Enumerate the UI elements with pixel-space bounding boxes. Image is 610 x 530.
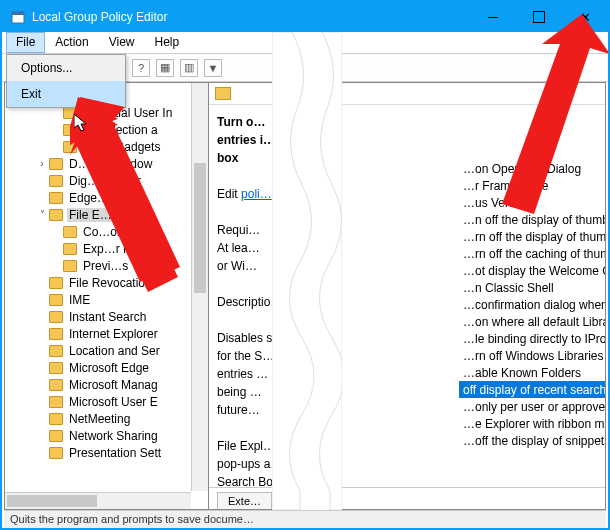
setting-item[interactable]: …e Explorer with ribbon minimized xyxy=(459,415,605,432)
tree-item[interactable]: Microsoft User E xyxy=(9,393,206,410)
tree-item[interactable]: Microsoft Edge xyxy=(9,359,206,376)
folder-icon xyxy=(49,396,63,408)
setting-item[interactable]: …on Open File Dialog xyxy=(459,160,605,177)
tree-pane: Content…dential User In…Collection a…top… xyxy=(4,82,209,510)
folder-icon xyxy=(49,413,63,425)
tree[interactable]: Content…dential User In…Collection a…top… xyxy=(5,83,208,465)
setting-item[interactable]: …only per user or approved shell extensi… xyxy=(459,398,605,415)
folder-icon xyxy=(215,87,231,100)
titlebar: Local Group Policy Editor xyxy=(2,2,608,32)
desc-line: future… xyxy=(217,403,260,417)
setting-item[interactable]: …us Versions xyxy=(459,194,605,211)
desc-line: entries … xyxy=(217,367,268,381)
setting-item[interactable]: …n Classic Shell xyxy=(459,279,605,296)
folder-icon xyxy=(49,294,63,306)
minimize-button[interactable] xyxy=(470,2,516,32)
tree-item[interactable]: File Revocation xyxy=(9,274,206,291)
tree-item[interactable]: ˅File E…orer xyxy=(9,206,206,223)
req-line: Requi… xyxy=(217,223,260,237)
tree-item[interactable]: Network Sharing xyxy=(9,427,206,444)
tree-item[interactable]: Previ…s Vers xyxy=(9,257,206,274)
file-dropdown: Options... Exit xyxy=(6,54,126,108)
folder-icon xyxy=(63,260,77,272)
menuitem-options[interactable]: Options... xyxy=(7,55,125,81)
req-line: At lea… xyxy=(217,241,260,255)
help-icon[interactable]: ? xyxy=(132,59,150,77)
setting-item[interactable]: …confirmation dialog when deleting files xyxy=(459,296,605,313)
tree-item[interactable]: Co…on Op xyxy=(9,223,206,240)
folder-icon xyxy=(49,192,63,204)
setting-item[interactable]: …on where all default Library definition… xyxy=(459,313,605,330)
desc-line: for the S… xyxy=(217,349,274,363)
folder-icon xyxy=(49,345,63,357)
desc-line: File Expl… xyxy=(217,439,275,453)
maximize-button[interactable] xyxy=(516,2,562,32)
folder-icon xyxy=(63,141,77,153)
status-bar: Quits the program and prompts to save do… xyxy=(4,510,606,528)
setting-item[interactable]: …ot display the Welcome Center at user l… xyxy=(459,262,605,279)
folder-icon xyxy=(49,175,63,187)
svg-rect-1 xyxy=(12,12,24,15)
filter-icon[interactable]: ▼ xyxy=(204,59,222,77)
menu-view[interactable]: View xyxy=(99,32,145,53)
folder-icon xyxy=(49,430,63,442)
menu-file[interactable]: File xyxy=(6,32,45,53)
setting-item[interactable]: …n off the display of thumbnails and onl… xyxy=(459,211,605,228)
tree-item[interactable]: Internet Explorer xyxy=(9,325,206,342)
v-scrollbar[interactable] xyxy=(191,83,208,491)
setting-item[interactable]: …rn off the caching of thumbnails in hid… xyxy=(459,245,605,262)
desc-line: being … xyxy=(217,385,262,399)
req-line: or Wi… xyxy=(217,259,257,273)
settings-list[interactable]: …on Open File Dialog…r Frame Pane…us Ver… xyxy=(459,105,605,487)
tab-extended[interactable]: Exte… xyxy=(217,492,272,509)
folder-icon xyxy=(63,243,77,255)
h-scrollbar[interactable] xyxy=(5,492,191,509)
window-controls xyxy=(470,2,608,32)
menu-action[interactable]: Action xyxy=(45,32,98,53)
setting-item[interactable]: …rn off Windows Libraries features that … xyxy=(459,347,605,364)
window-title: Local Group Policy Editor xyxy=(32,10,470,24)
close-button[interactable] xyxy=(562,2,608,32)
folder-icon xyxy=(49,209,63,221)
tree-item[interactable]: …top Gadgets xyxy=(9,138,206,155)
setting-item[interactable]: …le binding directly to IPropertySetStor… xyxy=(459,330,605,347)
setting-item[interactable]: off display of recent search entries in … xyxy=(459,381,605,398)
tree-item[interactable]: Instant Search xyxy=(9,308,206,325)
tree-item[interactable]: Microsoft Manag xyxy=(9,376,206,393)
folder-icon xyxy=(49,447,63,459)
folder-icon xyxy=(49,328,63,340)
tree-item[interactable]: NetMeeting xyxy=(9,410,206,427)
desc-heading: Turn o…entries i…box xyxy=(217,115,275,165)
tree-item[interactable]: …Collection a xyxy=(9,121,206,138)
svg-marker-6 xyxy=(74,114,86,131)
tree-item[interactable]: Presentation Sett xyxy=(9,444,206,461)
tree-item[interactable]: Edge… xyxy=(9,189,206,206)
tree-item[interactable]: IME xyxy=(9,291,206,308)
app-icon xyxy=(10,9,26,25)
folder-icon xyxy=(49,311,63,323)
mouse-cursor xyxy=(74,114,90,134)
tree-item[interactable]: Location and Ser xyxy=(9,342,206,359)
columns-icon[interactable]: ▥ xyxy=(180,59,198,77)
edit-label: Edit xyxy=(217,187,238,201)
properties-icon[interactable]: ▦ xyxy=(156,59,174,77)
folder-icon xyxy=(63,226,77,238)
tree-item[interactable]: ›D…top Window xyxy=(9,155,206,172)
folder-icon xyxy=(49,277,63,289)
folder-icon xyxy=(49,362,63,374)
tree-item[interactable]: Dig…l Locker xyxy=(9,172,206,189)
menu-help[interactable]: Help xyxy=(145,32,190,53)
setting-item[interactable]: …able Known Folders xyxy=(459,364,605,381)
folder-icon xyxy=(49,379,63,391)
content-pane: Turn o…entries i…box Edit poli… Requi… A… xyxy=(209,82,606,510)
content-header xyxy=(209,83,605,105)
folder-icon xyxy=(49,158,63,170)
edit-link[interactable]: poli… xyxy=(241,187,272,201)
setting-item[interactable]: …rn off the display of thumbnails and on… xyxy=(459,228,605,245)
page-tear xyxy=(272,32,342,510)
setting-item[interactable]: …off the display of snippets in Content … xyxy=(459,432,605,449)
menuitem-exit[interactable]: Exit xyxy=(7,81,125,107)
tab-strip: Exte… xyxy=(209,487,605,509)
setting-item[interactable]: …r Frame Pane xyxy=(459,177,605,194)
tree-item[interactable]: Exp…r Fram xyxy=(9,240,206,257)
